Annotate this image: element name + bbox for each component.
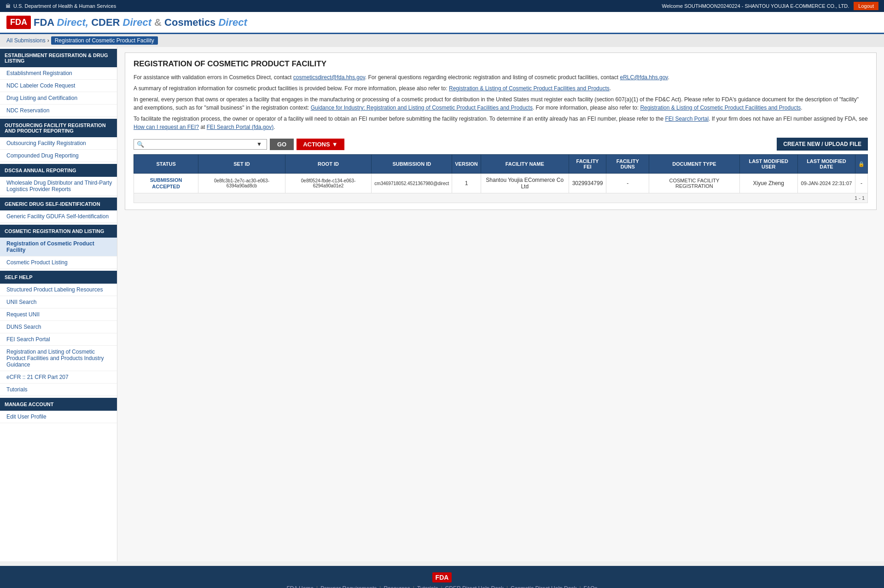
- cell-root-id: 0e8f0524-fbde-c134-e063-6294a90a01e2: [285, 174, 372, 193]
- layout: ESTABLISHMENT REGISTRATION & DRUG LISTIN…: [0, 47, 884, 561]
- sidebar-item-fei-search[interactable]: FEI Search Portal: [0, 333, 117, 346]
- sidebar-section-establishment: ESTABLISHMENT REGISTRATION & DRUG LISTIN…: [0, 49, 117, 67]
- sidebar-item-ndc-reservation[interactable]: NDC Reservation: [0, 105, 117, 117]
- cell-document-type: COSMETIC FACILITY REGISTRATION: [649, 174, 739, 193]
- fda-logo: FDA: [6, 16, 31, 29]
- go-button[interactable]: GO: [270, 139, 294, 150]
- col-submission-id: SUBMISSION ID: [372, 155, 452, 174]
- cell-last-modified-user: Xiyue Zheng: [739, 174, 797, 193]
- footer-faqs[interactable]: FAQs: [584, 585, 598, 588]
- footer-tutorials[interactable]: Tutorials: [417, 585, 438, 588]
- sidebar-item-compounded-drug[interactable]: Compounded Drug Reporting: [0, 150, 117, 162]
- footer-fda-home[interactable]: FDA Home: [286, 585, 314, 588]
- erlc-email[interactable]: eRLC@fda.hhs.gov: [620, 74, 668, 81]
- col-status: STATUS: [134, 155, 198, 174]
- sidebar-item-wholesale-drug[interactable]: Wholesale Drug Distributor and Third-Par…: [0, 177, 117, 196]
- sep2: |: [379, 585, 381, 588]
- sidebar-item-cosmetic-listing[interactable]: Cosmetic Product Listing: [0, 256, 117, 269]
- sidebar-item-unii-search[interactable]: UNII Search: [0, 296, 117, 309]
- col-set-id: SET ID: [198, 155, 285, 174]
- sidebar-item-outsourcing-facility[interactable]: Outsourcing Facility Registration: [0, 137, 117, 150]
- amp-text: &: [154, 17, 164, 28]
- sidebar-item-ndc-labeler[interactable]: NDC Labeler Code Request: [0, 80, 117, 92]
- sidebar-item-reg-listing-guidance[interactable]: Registration and Listing of Cosmetic Pro…: [0, 346, 117, 371]
- sidebar-section-self-help: SELF HELP: [0, 271, 117, 284]
- sidebar-item-establishment-registration[interactable]: Establishment Registration: [0, 67, 117, 80]
- cosmetics-direct: Direct: [218, 17, 247, 28]
- info-line-4: To facilitate the registration process, …: [134, 115, 868, 131]
- cell-last-modified-date: 09-JAN-2024 22:31:07: [797, 174, 855, 193]
- page-card: REGISTRATION OF COSMETIC PRODUCT FACILIT…: [125, 52, 877, 210]
- info-line-2: A summary of registration information fo…: [134, 84, 868, 93]
- search-dropdown-button[interactable]: ▼: [255, 141, 264, 147]
- search-bar: 🔍 ▼ GO ACTIONS ▼ CREATE NEW / UPLOAD FIL…: [134, 138, 868, 151]
- sidebar-item-tutorials[interactable]: Tutorials: [0, 384, 117, 396]
- sep4: |: [441, 585, 442, 588]
- col-facility-fei: FACILITY FEI: [569, 155, 606, 174]
- app-title: FDA Direct,: [34, 17, 91, 28]
- fda-text: FDA: [34, 17, 57, 28]
- cder-direct: Direct: [123, 17, 151, 28]
- footer-resources[interactable]: Resources: [384, 585, 410, 588]
- col-version: VERSION: [452, 155, 481, 174]
- breadcrumb: All Submissions › Registration of Cosmet…: [0, 34, 884, 47]
- sep3: |: [413, 585, 414, 588]
- logout-button[interactable]: Logout: [854, 2, 878, 10]
- cell-set-id: 0e8fc3b1-2e7c-ac30-e063-6394a90ad8cb: [198, 174, 285, 193]
- sidebar-item-ecfr[interactable]: eCFR :: 21 CFR Part 207: [0, 371, 117, 384]
- sidebar-section-dscsa: DSCSA ANNUAL REPORTING: [0, 164, 117, 177]
- fei-portal-link[interactable]: FEI Search Portal (fda.gov): [207, 124, 273, 130]
- actions-chevron-icon: ▼: [332, 141, 338, 148]
- sep5: |: [506, 585, 508, 588]
- sidebar-item-cosmetic-registration[interactable]: Registration of Cosmetic Product Facilit…: [0, 238, 117, 256]
- footer-cder-help[interactable]: CDER Direct Help Desk: [445, 585, 504, 588]
- cell-version: 1: [452, 174, 481, 193]
- fei-search-portal-link[interactable]: FEI Search Portal: [665, 116, 709, 122]
- table-pagination: 1 - 1: [134, 193, 868, 203]
- breadcrumb-separator: ›: [47, 37, 49, 44]
- actions-button[interactable]: ACTIONS ▼: [297, 139, 344, 150]
- submission-status-link[interactable]: SUBMISSION ACCEPTED: [150, 177, 182, 189]
- info-line-1: For assistance with validation errors in…: [134, 73, 868, 82]
- reg-listing-link-1[interactable]: Registration & Listing of Cosmetic Produ…: [449, 85, 610, 92]
- footer-browser-requirements[interactable]: Browser Requirements: [320, 585, 377, 588]
- cosmetics-direct-email[interactable]: cosmeticsdirect@fda.hhs.gov: [293, 74, 365, 81]
- cosmetics-text: Cosmetics: [164, 17, 215, 28]
- sidebar-item-request-unii[interactable]: Request UNII: [0, 309, 117, 321]
- search-input[interactable]: [144, 141, 255, 148]
- breadcrumb-all-submissions[interactable]: All Submissions: [6, 37, 46, 44]
- direct-text: Direct,: [57, 17, 88, 28]
- submissions-table: STATUS SET ID ROOT ID SUBMISSION ID VERS…: [134, 154, 868, 193]
- sidebar-item-drug-listing[interactable]: Drug Listing and Certification: [0, 92, 117, 105]
- sidebar-item-spl-resources[interactable]: Structured Product Labeling Resources: [0, 284, 117, 296]
- sidebar-section-generic-drug: GENERIC DRUG SELF-IDENTIFICATION: [0, 198, 117, 210]
- sidebar-item-generic-facility[interactable]: Generic Facility GDUFA Self-Identificati…: [0, 210, 117, 223]
- table-row: SUBMISSION ACCEPTED 0e8fc3b1-2e7c-ac30-e…: [134, 174, 868, 193]
- sidebar-item-duns-search[interactable]: DUNS Search: [0, 321, 117, 333]
- fei-request-link[interactable]: How can I request an FEI?: [134, 124, 199, 130]
- sidebar-item-edit-profile[interactable]: Edit User Profile: [0, 411, 117, 423]
- cell-lock: -: [855, 174, 867, 193]
- table-header: STATUS SET ID ROOT ID SUBMISSION ID VERS…: [134, 155, 868, 174]
- search-icon: 🔍: [137, 141, 144, 148]
- cell-facility-duns: -: [606, 174, 649, 193]
- cell-status[interactable]: SUBMISSION ACCEPTED: [134, 174, 198, 193]
- create-new-button[interactable]: CREATE NEW / UPLOAD FILE: [777, 138, 868, 151]
- actions-label: ACTIONS: [303, 141, 330, 148]
- col-lock: 🔒: [855, 155, 867, 174]
- sep1: |: [316, 585, 318, 588]
- page-title: REGISTRATION OF COSMETIC PRODUCT FACILIT…: [134, 59, 868, 69]
- table-body: SUBMISSION ACCEPTED 0e8fc3b1-2e7c-ac30-e…: [134, 174, 868, 193]
- col-last-modified-user: LAST MODIFIED USER: [739, 155, 797, 174]
- info-line-3: In general, every person that owns or op…: [134, 95, 868, 112]
- footer-cosmetic-help[interactable]: Cosmetic Direct Help Desk: [511, 585, 576, 588]
- sidebar-section-cosmetic: COSMETIC REGISTRATION AND LISTING: [0, 225, 117, 238]
- sidebar: ESTABLISHMENT REGISTRATION & DRUG LISTIN…: [0, 47, 117, 561]
- search-input-wrap[interactable]: 🔍 ▼: [134, 139, 267, 150]
- cder-text: CDER: [91, 17, 120, 28]
- cell-facility-fei: 3029934799: [569, 174, 606, 193]
- gov-bar: 🏛 U.S. Department of Health & Human Serv…: [0, 0, 884, 12]
- reg-listing-link-2[interactable]: Registration & Listing of Cosmetic Produ…: [640, 105, 801, 111]
- footer-fda-logo: FDA: [432, 572, 452, 582]
- guidance-link[interactable]: Guidance for Industry: Registration and …: [311, 105, 533, 111]
